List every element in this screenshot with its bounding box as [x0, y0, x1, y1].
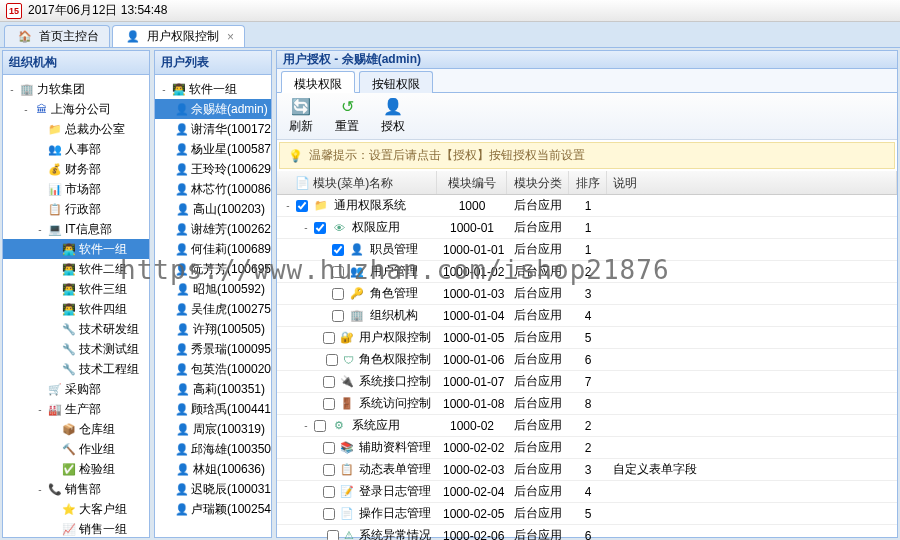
user-list-item[interactable]: 👤迟晓辰(100031) [155, 479, 271, 499]
user-list-item[interactable]: 👤许翔(100505) [155, 319, 271, 339]
toggle-icon[interactable]: - [35, 224, 45, 235]
user-list[interactable]: -👨‍💻软件一组👤佘赐雄(admin)👤谢清华(100172)👤杨业星(1005… [155, 75, 271, 537]
org-tree[interactable]: -🏢力软集团-🏛上海分公司📁总裁办公室👥人事部💰财务部📊市场部📋行政部-💻IT信… [3, 75, 149, 537]
row-checkbox[interactable] [314, 222, 326, 234]
toolbar-授权[interactable]: 👤授权 [377, 95, 409, 137]
row-checkbox[interactable] [323, 464, 335, 476]
grid-row[interactable]: 🛡角色权限控制1000-01-06后台应用6 [277, 349, 897, 371]
user-list-item[interactable]: 👤卢瑞颖(100254) [155, 499, 271, 519]
grid-row[interactable]: -⚙系统应用1000-02后台应用2 [277, 415, 897, 437]
user-list-item[interactable]: 👤秀景瑞(100095) [155, 339, 271, 359]
row-checkbox[interactable] [332, 266, 344, 278]
org-tree-node[interactable]: -📞销售部 [3, 479, 149, 499]
org-tree-node[interactable]: 🛒采购部 [3, 379, 149, 399]
org-tree-node[interactable]: 📈销售一组 [3, 519, 149, 537]
user-list-item[interactable]: 👤何佳莉(100689) [155, 239, 271, 259]
col-module-cat[interactable]: 模块分类 [507, 171, 569, 194]
col-desc[interactable]: 说明 [607, 171, 897, 194]
org-tree-node[interactable]: 📁总裁办公室 [3, 119, 149, 139]
row-checkbox[interactable] [327, 530, 339, 541]
user-list-item[interactable]: 👤高莉(100351) [155, 379, 271, 399]
auth-subtab[interactable]: 按钮权限 [359, 71, 433, 93]
row-toggle-icon[interactable]: - [301, 420, 311, 431]
org-tree-node[interactable]: 👨‍💻软件四组 [3, 299, 149, 319]
row-toggle-icon[interactable]: - [301, 222, 311, 233]
org-tree-node[interactable]: 🔧技术测试组 [3, 339, 149, 359]
grid-row[interactable]: -👁权限应用1000-01后台应用1 [277, 217, 897, 239]
user-list-item[interactable]: 👤林芯竹(100086) [155, 179, 271, 199]
row-checkbox[interactable] [314, 420, 326, 432]
row-toggle-icon[interactable]: - [283, 200, 293, 211]
user-list-item[interactable]: 👤昭旭(100592) [155, 279, 271, 299]
user-list-item[interactable]: 👤谢清华(100172) [155, 119, 271, 139]
org-tree-node[interactable]: 👨‍💻软件一组 [3, 239, 149, 259]
org-tree-node[interactable]: ✅检验组 [3, 459, 149, 479]
grid-body[interactable]: -📁通用权限系统1000后台应用1-👁权限应用1000-01后台应用1👤职员管理… [277, 195, 897, 540]
row-checkbox[interactable] [323, 376, 335, 388]
org-tree-node[interactable]: 📋行政部 [3, 199, 149, 219]
row-checkbox[interactable] [332, 288, 344, 300]
grid-row[interactable]: 🏢组织机构1000-01-04后台应用4 [277, 305, 897, 327]
grid-row[interactable]: 🔌系统接口控制1000-01-07后台应用7 [277, 371, 897, 393]
row-checkbox[interactable] [296, 200, 308, 212]
org-tree-node[interactable]: 🔧技术研发组 [3, 319, 149, 339]
user-list-item[interactable]: 👤林姐(100636) [155, 459, 271, 479]
org-tree-node[interactable]: 👨‍💻软件二组 [3, 259, 149, 279]
toggle-icon[interactable]: - [35, 404, 45, 415]
col-module-name[interactable]: 📄 模块(菜单)名称 [277, 171, 437, 194]
row-checkbox[interactable] [323, 486, 335, 498]
grid-row[interactable]: ⚠系统异常情况1000-02-06后台应用6 [277, 525, 897, 540]
close-icon[interactable]: × [227, 30, 234, 44]
grid-row[interactable]: -📁通用权限系统1000后台应用1 [277, 195, 897, 217]
org-tree-node[interactable]: 📦仓库组 [3, 419, 149, 439]
grid-row[interactable]: 📚辅助资料管理1000-02-02后台应用2 [277, 437, 897, 459]
row-checkbox[interactable] [332, 244, 344, 256]
user-list-item[interactable]: 👤顾琀禹(100441) [155, 399, 271, 419]
col-module-code[interactable]: 模块编号 [437, 171, 507, 194]
user-list-item[interactable]: 👤包英浩(100020) [155, 359, 271, 379]
row-checkbox[interactable] [332, 310, 344, 322]
row-checkbox[interactable] [323, 442, 335, 454]
toggle-icon[interactable]: - [159, 84, 169, 95]
org-tree-node[interactable]: 🔨作业组 [3, 439, 149, 459]
org-tree-node[interactable]: -🏢力软集团 [3, 79, 149, 99]
row-checkbox[interactable] [323, 508, 335, 520]
user-list-item[interactable]: 👤邱海雄(100350) [155, 439, 271, 459]
auth-subtab[interactable]: 模块权限 [281, 71, 355, 93]
user-group-node[interactable]: -👨‍💻软件一组 [155, 79, 271, 99]
row-checkbox[interactable] [323, 398, 335, 410]
grid-row[interactable]: 👤职员管理1000-01-01后台应用1 [277, 239, 897, 261]
main-tab[interactable]: 🏠首页主控台 [4, 25, 110, 47]
grid-row[interactable]: 📝登录日志管理1000-02-04后台应用4 [277, 481, 897, 503]
org-tree-node[interactable]: 🔧技术工程组 [3, 359, 149, 379]
toolbar-刷新[interactable]: 🔄刷新 [285, 95, 317, 137]
org-tree-node[interactable]: ⭐大客户组 [3, 499, 149, 519]
grid-row[interactable]: 🔑角色管理1000-01-03后台应用3 [277, 283, 897, 305]
grid-row[interactable]: 📄操作日志管理1000-02-05后台应用5 [277, 503, 897, 525]
org-tree-node[interactable]: -🏭生产部 [3, 399, 149, 419]
user-list-item[interactable]: 👤高山(100203) [155, 199, 271, 219]
grid-row[interactable]: 📋动态表单管理1000-02-03后台应用3自定义表单字段 [277, 459, 897, 481]
user-list-item[interactable]: 👤佘赐雄(admin) [155, 99, 271, 119]
org-tree-node[interactable]: -🏛上海分公司 [3, 99, 149, 119]
row-checkbox[interactable] [326, 354, 338, 366]
user-list-item[interactable]: 👤杨业星(100587) [155, 139, 271, 159]
org-tree-node[interactable]: -💻IT信息部 [3, 219, 149, 239]
org-tree-node[interactable]: 💰财务部 [3, 159, 149, 179]
grid-row[interactable]: 🔐用户权限控制1000-01-05后台应用5 [277, 327, 897, 349]
toolbar-重置[interactable]: ↺重置 [331, 95, 363, 137]
org-tree-node[interactable]: 👨‍💻软件三组 [3, 279, 149, 299]
main-tab[interactable]: 👤用户权限控制× [112, 25, 245, 47]
grid-row[interactable]: 🚪系统访问控制1000-01-08后台应用8 [277, 393, 897, 415]
user-list-item[interactable]: 👤吴佳虎(100275) [155, 299, 271, 319]
toggle-icon[interactable]: - [7, 84, 17, 95]
user-list-item[interactable]: 👤谢雄芳(100262) [155, 219, 271, 239]
user-list-item[interactable]: 👤周宸(100319) [155, 419, 271, 439]
user-list-item[interactable]: 👤阮芳芳(100695) [155, 259, 271, 279]
org-tree-node[interactable]: 👥人事部 [3, 139, 149, 159]
toggle-icon[interactable]: - [21, 104, 31, 115]
grid-row[interactable]: 👥用户管理1000-01-02后台应用2 [277, 261, 897, 283]
org-tree-node[interactable]: 📊市场部 [3, 179, 149, 199]
user-list-item[interactable]: 👤王玲玲(100629) [155, 159, 271, 179]
toggle-icon[interactable]: - [35, 484, 45, 495]
